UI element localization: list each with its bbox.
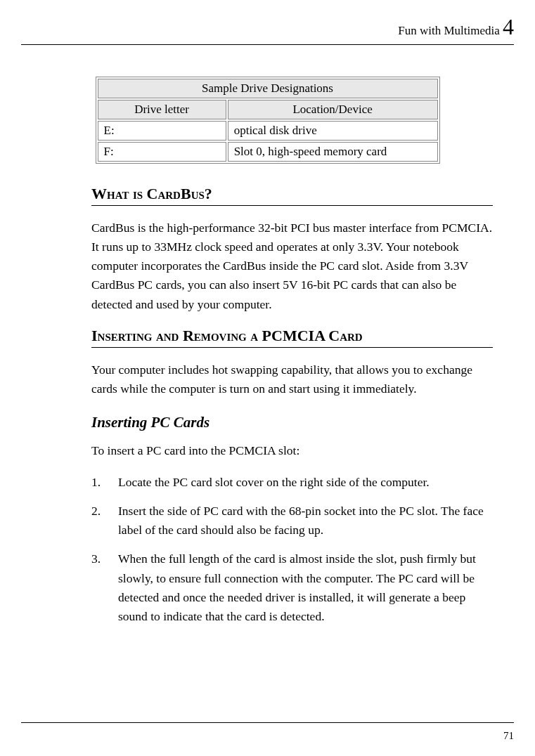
table-row: F: Slot 0, high-speed memory card [98,142,438,162]
list-item: When the full length of the card is almo… [91,549,493,626]
page-footer: 71 [21,722,514,742]
chapter-number: 4 [503,14,514,39]
section-intro: To insert a PC card into the PCMCIA slot… [91,441,493,460]
device-cell: optical disk drive [228,121,438,141]
table-col1-header: Drive letter [98,100,226,119]
device-cell: Slot 0, high-speed memory card [228,142,438,162]
drive-letter-cell: F: [98,142,226,162]
header-title: Fun with Multimedia [398,24,500,37]
subsection-heading-inserting: Inserting PC Cards [91,414,493,431]
table-col2-header: Location/Device [228,100,438,119]
section-heading-cardbus: What is CardBus? [91,185,493,206]
section-body: CardBus is the high-performance 32-bit P… [91,219,493,314]
list-item: Locate the PC card slot cover on the rig… [91,473,493,492]
steps-list: Locate the PC card slot cover on the rig… [91,473,493,626]
drive-designations-table: Sample Drive Designations Drive letter L… [96,77,440,164]
table-row: E: optical disk drive [98,121,438,141]
list-item: Insert the side of PC card with the 68-p… [91,502,493,540]
page-number: 71 [503,730,514,741]
page-header: Fun with Multimedia 4 [21,14,514,45]
table-title: Sample Drive Designations [98,79,438,98]
drive-letter-cell: E: [98,121,226,141]
section-heading-pcmcia: Inserting and Removing a PCMCIA Card [91,327,493,348]
section-body: Your computer includes hot swapping capa… [91,360,493,398]
